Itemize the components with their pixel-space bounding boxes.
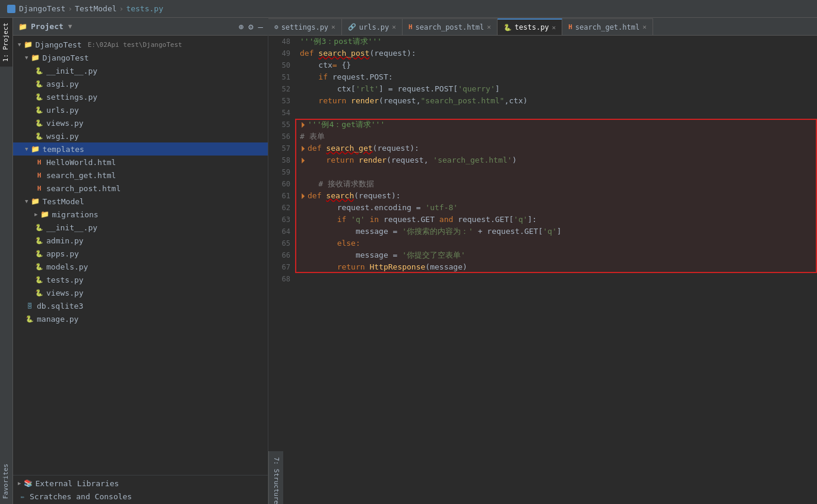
tree-root[interactable]: ▼ 📁 DjangoTest E:\02Api test\DjangoTest xyxy=(13,38,268,51)
l50-indent xyxy=(300,59,318,71)
tree-item-external-libs[interactable]: ▶ 📚 External Libraries xyxy=(13,477,268,490)
settings-icon[interactable]: ⚙ xyxy=(248,22,253,31)
line-num-55: 55 xyxy=(268,119,290,131)
code-line-68 xyxy=(295,273,817,285)
l51-indent xyxy=(300,71,318,83)
settings-tab-close[interactable]: ✕ xyxy=(331,23,335,31)
l52-rlt: 'rlt' xyxy=(356,83,379,95)
code-area[interactable]: '''例3：post请求''' def search_post(request)… xyxy=(295,36,817,451)
db-icon: 🗄 xyxy=(25,301,34,310)
tree-item-tests[interactable]: 🐍 tests.py xyxy=(13,273,268,286)
tree-item-apps[interactable]: 🐍 apps.py xyxy=(13,247,268,260)
tree-item-search-post[interactable]: H search_post.html xyxy=(13,182,268,195)
code-line-59 xyxy=(295,166,817,178)
code-line-66: message = '你提交了空表单' xyxy=(295,249,817,261)
tree-item-helloworld[interactable]: H HelloWorld.html xyxy=(13,156,268,169)
structure-label[interactable]: 7: Structure xyxy=(273,457,280,504)
wsgi-py-icon: 🐍 xyxy=(34,131,44,141)
l50-var: ctx xyxy=(318,59,332,71)
tab-settings[interactable]: ⚙ settings.py ✕ xyxy=(268,18,342,35)
init-py-label: __init__.py xyxy=(46,66,97,75)
djangotest-expand: ▼ xyxy=(25,55,28,61)
tree-item-views[interactable]: 🐍 views.py xyxy=(13,116,268,129)
tab-urls[interactable]: 🔗 urls.py ✕ xyxy=(342,18,403,35)
models-py-icon: 🐍 xyxy=(34,262,44,271)
urls-tab-close[interactable]: ✕ xyxy=(392,23,396,31)
root-folder-icon: 📁 xyxy=(23,40,33,49)
tests-tab-close[interactable]: ✕ xyxy=(552,24,556,31)
tree-item-settings[interactable]: 🐍 settings.py xyxy=(13,90,268,103)
l51-rest: request.POST: xyxy=(332,71,393,83)
line-num-48: 48 xyxy=(268,36,290,47)
code-line-61: ⏵ def search(request): xyxy=(295,190,817,202)
tests-py-icon: 🐍 xyxy=(34,275,44,284)
tree-item-search-get[interactable]: H search_get.html xyxy=(13,169,268,182)
tree-item-init[interactable]: 🐍 __init__.py xyxy=(13,64,268,77)
tests-tab-icon: 🐍 xyxy=(504,24,512,31)
tab-search-post[interactable]: H search_post.html ✕ xyxy=(403,18,498,35)
search-post-tab-close[interactable]: ✕ xyxy=(487,23,491,31)
tree-item-models[interactable]: 🐍 models.py xyxy=(13,260,268,273)
l53-paren1: (request, xyxy=(379,95,420,107)
breadcrumb-folder[interactable]: TestModel xyxy=(75,4,116,13)
line-num-61: 61 xyxy=(268,190,290,202)
tab-tests[interactable]: 🐍 tests.py ✕ xyxy=(498,18,562,35)
l63-if: if xyxy=(337,214,351,226)
migrations-label: migrations xyxy=(52,210,98,219)
tree-item-manage[interactable]: 🐍 manage.py xyxy=(13,312,268,325)
l64-indent xyxy=(300,226,356,237)
views2-py-icon: 🐍 xyxy=(34,288,44,297)
urls-tab-icon: 🔗 xyxy=(348,23,356,31)
tree-item-scratches[interactable]: ✏ Scratches and Consoles xyxy=(13,490,268,503)
panel-title: Project xyxy=(31,22,64,31)
sidebar-item-project[interactable]: 1: Project xyxy=(0,18,12,66)
l57-def: def xyxy=(308,142,326,154)
tests-py-label: tests.py xyxy=(46,275,84,284)
l61-fname: search xyxy=(326,190,354,202)
search-post-tab-icon: H xyxy=(408,23,413,31)
tree-item-templates[interactable]: ▼ 📁 templates xyxy=(13,142,268,156)
code-line-58: ⏵ return render(request, 'search_get.htm… xyxy=(295,154,817,166)
sidebar-item-favorites[interactable]: Favorites xyxy=(0,459,12,504)
l67-indent xyxy=(300,261,337,273)
tree-item-urls[interactable]: 🐍 urls.py xyxy=(13,103,268,116)
editor-content: 48 49 50 51 52 53 54 55 56 57 58 59 60 6… xyxy=(268,36,817,451)
hide-panel-icon[interactable]: — xyxy=(258,22,263,31)
tree-item-init2[interactable]: 🐍 __init__.py xyxy=(13,221,268,234)
line-num-60: 60 xyxy=(268,178,290,190)
urls-tab-label: urls.py xyxy=(359,23,390,31)
l49-colon: ): xyxy=(407,47,416,59)
l64-plus: + request.GET[ xyxy=(473,226,543,237)
panel-dropdown[interactable]: ▼ xyxy=(68,23,72,30)
tree-item-admin[interactable]: 🐍 admin.py xyxy=(13,234,268,247)
tab-search-get[interactable]: H search_get.html ✕ xyxy=(562,18,653,35)
left-side-tabs: 1: Project Favorites xyxy=(0,18,13,504)
line-numbers: 48 49 50 51 52 53 54 55 56 57 58 59 60 6… xyxy=(268,36,295,451)
code-line-48: '''例3：post请求''' xyxy=(295,36,817,47)
l57-marker: ⏵ xyxy=(300,142,308,154)
tree-item-db[interactable]: 🗄 db.sqlite3 xyxy=(13,299,268,312)
tree-item-views2[interactable]: 🐍 views.py xyxy=(13,286,268,299)
search-get-tab-close[interactable]: ✕ xyxy=(642,23,647,31)
l52-indent xyxy=(300,83,337,95)
search-post-tab-label: search_post.html xyxy=(416,23,484,31)
tree-item-djangotest[interactable]: ▼ 📁 DjangoTest xyxy=(13,51,268,64)
tree-area[interactable]: ▼ 📁 DjangoTest E:\02Api test\DjangoTest … xyxy=(13,36,268,475)
l63-indent xyxy=(300,214,337,226)
breadcrumb-file[interactable]: tests.py xyxy=(126,4,163,13)
locate-icon[interactable]: ⊕ xyxy=(239,22,243,31)
tree-item-wsgi[interactable]: 🐍 wsgi.py xyxy=(13,129,268,142)
manage-py-icon: 🐍 xyxy=(25,314,34,324)
l61-marker: ⏵ xyxy=(300,190,308,202)
tree-item-testmodel[interactable]: ▼ 📁 TestModel xyxy=(13,195,268,208)
line-num-50: 50 xyxy=(268,59,290,71)
l52-eq2: ] = request.POST[ xyxy=(379,83,458,95)
l56-comment: # 表单 xyxy=(300,131,325,142)
djangotest-label: DjangoTest xyxy=(42,53,88,62)
breadcrumb-project[interactable]: DjangoTest xyxy=(19,4,65,13)
tree-item-asgi[interactable]: 🐍 asgi.py xyxy=(13,77,268,90)
l49-param: request xyxy=(374,47,407,59)
code-line-57: ⏵ def search_get(request): xyxy=(295,142,817,154)
tree-item-migrations[interactable]: ▶ 📁 migrations xyxy=(13,208,268,221)
l53-indent xyxy=(300,95,318,107)
